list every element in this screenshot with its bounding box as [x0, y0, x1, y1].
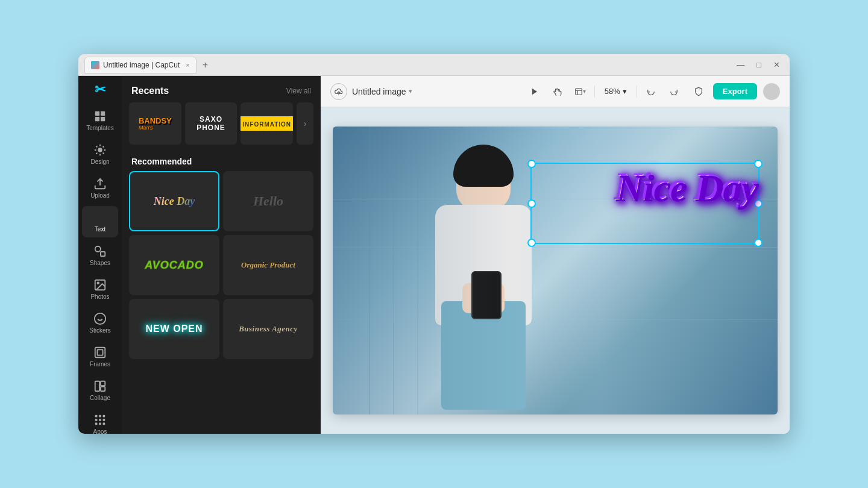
svg-rect-23 — [103, 423, 105, 425]
template-nice-day[interactable]: Nice Day — [129, 171, 219, 231]
sidebar-item-stickers[interactable]: Stickers — [82, 307, 118, 339]
sidebar-item-shapes[interactable]: Shapes — [82, 240, 118, 271]
template-new-open[interactable]: NEW OPEN — [129, 299, 219, 359]
doc-title-text: Untitled image — [352, 87, 406, 96]
organic-text: Organic Product — [241, 260, 295, 270]
bandsy-text: BANDSY — [139, 117, 172, 125]
tab-label: Untitled image | CapCut — [103, 61, 180, 69]
recents-next-button[interactable]: › — [297, 102, 313, 145]
canvas-area[interactable]: Nice Day — [321, 107, 790, 434]
apps-icon — [93, 413, 107, 427]
svg-rect-22 — [99, 423, 101, 425]
svg-point-9 — [95, 313, 105, 324]
sidebar-item-apps[interactable]: Apps — [82, 408, 118, 434]
layout-chevron: ▾ — [583, 88, 586, 95]
handle-bottom-right[interactable] — [754, 239, 763, 247]
photos-label: Photos — [90, 293, 109, 300]
sidebar-item-text[interactable]: Text — [82, 206, 118, 237]
maximize-button[interactable]: □ — [753, 60, 765, 69]
recents-header: Recents View all — [122, 76, 321, 102]
recent-information[interactable]: INFORMATION — [241, 102, 293, 145]
redo-button[interactable] — [665, 83, 683, 101]
tab-close-button[interactable]: × — [186, 61, 189, 69]
user-avatar[interactable] — [763, 83, 780, 100]
play-button[interactable] — [526, 83, 544, 101]
canvas-overlay-text[interactable]: Nice Day — [615, 167, 756, 206]
handle-middle-left[interactable] — [527, 199, 536, 208]
play-icon — [530, 87, 539, 96]
svg-rect-14 — [101, 387, 105, 391]
text-label: Text — [95, 226, 105, 233]
svg-rect-0 — [95, 111, 99, 116]
saxophone-text: SAXOPHONE — [197, 115, 225, 133]
collage-label: Collage — [90, 395, 110, 401]
collage-icon — [93, 380, 107, 393]
hand-tool-button[interactable] — [549, 83, 567, 101]
active-tab[interactable]: Untitled image | CapCut × — [84, 57, 197, 74]
svg-rect-20 — [103, 419, 105, 421]
template-avocado[interactable]: Avocado — [129, 235, 219, 295]
toolbar-left: Untitled image ▾ — [330, 83, 518, 100]
svg-rect-11 — [97, 349, 102, 355]
cloud-upload-button[interactable] — [330, 83, 347, 100]
logo-icon: ✂ — [95, 82, 105, 98]
sidebar-item-templates[interactable]: Templates — [82, 105, 118, 136]
sidebar-item-frames[interactable]: Frames — [82, 341, 118, 372]
sidebar-item-collage[interactable]: Collage — [82, 375, 118, 406]
new-tab-button[interactable]: + — [199, 60, 212, 70]
recent-bandsy[interactable]: BANDSY Man's — [129, 102, 181, 145]
design-label: Design — [90, 158, 109, 165]
stickers-label: Stickers — [89, 327, 111, 334]
main-content: ✂ Templates Design Upload — [78, 76, 790, 434]
shapes-icon — [93, 245, 107, 258]
svg-rect-26 — [576, 88, 582, 95]
design-icon — [93, 143, 107, 157]
sidebar-item-photos[interactable]: Photos — [82, 274, 118, 305]
hello-text: Hello — [253, 193, 283, 209]
doc-title-chevron: ▾ — [409, 87, 412, 95]
tab-bar: Untitled image | CapCut × + — [84, 57, 733, 74]
svg-rect-16 — [99, 415, 101, 418]
zoom-level: 58% — [605, 87, 620, 96]
layout-button[interactable]: ▾ — [571, 83, 590, 101]
bandsy-sub: Man's — [139, 125, 172, 131]
templates-icon — [93, 110, 107, 123]
svg-rect-2 — [95, 117, 99, 121]
text-panel: Recents View all BANDSY Man's SAXOPHONE … — [122, 76, 321, 434]
svg-rect-18 — [95, 419, 98, 421]
template-organic[interactable]: Organic Product — [223, 235, 313, 295]
app-logo: ✂ — [89, 82, 111, 98]
view-all-button[interactable]: View all — [286, 87, 311, 95]
recent-saxophone[interactable]: SAXOPHONE — [185, 102, 237, 145]
info-card: INFORMATION — [241, 116, 293, 131]
bizagency-text: Business Agency — [239, 324, 298, 334]
document-title[interactable]: Untitled image ▾ — [352, 87, 412, 96]
template-business-agency[interactable]: Business Agency — [223, 299, 313, 359]
hand-icon — [553, 87, 562, 96]
sidebar-item-design[interactable]: Design — [82, 139, 118, 170]
zoom-chevron: ▾ — [623, 87, 627, 96]
minimize-button[interactable]: — — [733, 60, 748, 69]
close-button[interactable]: ✕ — [770, 60, 784, 69]
svg-point-5 — [95, 246, 101, 252]
undo-button[interactable] — [642, 83, 660, 101]
shield-button[interactable] — [690, 83, 707, 100]
export-button[interactable]: Export — [713, 83, 757, 99]
icon-sidebar: ✂ Templates Design Upload — [78, 76, 122, 434]
nice-day-text: Nice Day — [154, 195, 195, 208]
newopen-text: NEW OPEN — [145, 324, 203, 334]
sidebar-item-upload[interactable]: Upload — [82, 172, 118, 204]
upload-icon — [93, 177, 107, 190]
photos-icon — [93, 278, 107, 292]
zoom-control[interactable]: 58% ▾ — [600, 84, 632, 98]
svg-marker-25 — [532, 88, 537, 95]
handle-top-left[interactable] — [527, 160, 536, 168]
svg-rect-1 — [101, 111, 105, 116]
svg-rect-12 — [95, 381, 99, 392]
editor-toolbar: Untitled image ▾ — [321, 76, 790, 107]
handle-bottom-left[interactable] — [527, 239, 536, 247]
title-bar: Untitled image | CapCut × + — □ ✕ — [78, 54, 790, 76]
recents-row: BANDSY Man's SAXOPHONE INFORMATION › — [122, 102, 321, 152]
svg-rect-15 — [95, 415, 98, 418]
template-hello[interactable]: Hello — [223, 171, 313, 231]
